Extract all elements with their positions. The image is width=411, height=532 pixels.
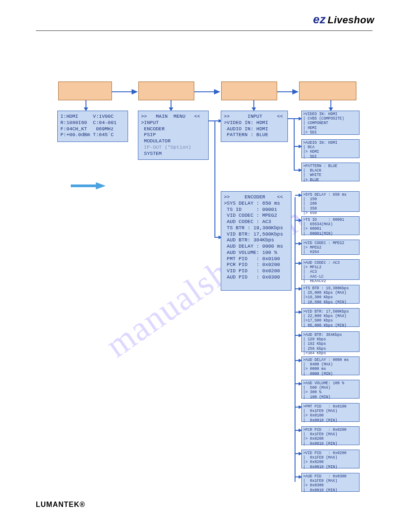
side-panel-7: >TS BTR : 19,300Kbps | 25,000 Kbps (MAX)…: [301, 285, 360, 304]
arrow-down-b: [168, 100, 174, 111]
stage-box-3: [221, 82, 277, 100]
side-panel-14: >VID PID : 0x0200 | 0x1FE0 (MAX) |> 0x02…: [301, 450, 360, 468]
page: ezLiveshow manualshi .com LUMANTEK® I:H: [0, 0, 411, 532]
side-panel-4: >TS ID : 00001 | 65534(MAX) |> 00001 | 0…: [301, 216, 360, 235]
header-rule: [36, 30, 372, 31]
arrow-down-d: [328, 100, 334, 111]
stage-box-1: [58, 82, 112, 100]
main-menu-panel: >> MAIN MENU << >INPUT ENCODER PSIP MODU…: [138, 111, 209, 160]
encoder-panel: >> ENCODER << >SYS DELAY : 650 ms TS ID …: [221, 191, 291, 291]
input-panel: >> INPUT << >VIDEO IN: HDMI AUDIO IN: HD…: [221, 111, 288, 142]
main-to-children: [209, 116, 222, 251]
svg-marker-3: [214, 89, 220, 94]
side-panel-13: >PCR PID : 0x0200 | 0x1FE0 (MAX) |> 0x02…: [301, 426, 360, 445]
arrow-3: [277, 88, 300, 96]
side-panel-10: >AUD DELAY : 0000 ms | 0400 (MAX) |> 000…: [301, 356, 360, 375]
side-panel-2: >PATTERN : BLUE | BLACK | WHITE |> BLUE: [301, 163, 360, 181]
brand-name: Liveshow: [328, 14, 374, 26]
side-panel-8: >VID BTR: 17,500Kbps | 22,000 Kbps (MAX)…: [301, 308, 360, 327]
side-panel-6: >AUD CODEC : AC3 |> MP1L2 | AC3 | AAC-LC…: [301, 259, 360, 280]
svg-marker-15: [96, 182, 106, 189]
arrow-down-a: [83, 100, 89, 111]
side-panel-3: >SYS DELAY : 650 ms | 150 | 200 | 350 |>…: [301, 191, 360, 212]
brand-logo: ezLiveshow: [313, 13, 374, 26]
arrow-2: [194, 88, 221, 96]
status-panel: I:HDMI V:1V00C R:1080I60 C:04-001 F:04CH…: [57, 111, 128, 142]
legend-arrow: [71, 181, 107, 190]
input-to-side: [288, 114, 302, 181]
footer-brand: LUMANTEK®: [36, 501, 86, 509]
stage-box-2: [138, 82, 194, 100]
side-panel-9: >AUD BTR: 384Kbps | 128 Kbps | 192 Kbps …: [301, 331, 360, 352]
side-panel-12: >PMT PID : 0x0100 | 0x1FE0 (MAX) |> 0x01…: [301, 403, 360, 422]
side-panel-1: >AUDIO IN: HDMI | RCA |> HDMI | SDI: [301, 139, 360, 158]
side-panel-11: >AUD VOLUME: 100 % | 500 (MAX) |> 300 % …: [301, 380, 360, 399]
arrow-down-c: [251, 100, 257, 111]
side-panel-15: >AUD PID : 0x0300 | 0x1FE0 (MAX) |> 0x03…: [301, 473, 360, 492]
encoder-to-side: [291, 197, 302, 493]
svg-marker-5: [292, 89, 299, 94]
side-panel-5: >VID CODEC : MPEG2 |> MPEG2 | H264: [301, 240, 360, 255]
svg-marker-1: [132, 89, 138, 94]
side-panel-0: >VIDEO IN: HDMI | CVBS (COMPOSITE) | COM…: [301, 111, 360, 135]
arrow-1: [112, 88, 139, 96]
stage-box-4: [299, 82, 356, 100]
